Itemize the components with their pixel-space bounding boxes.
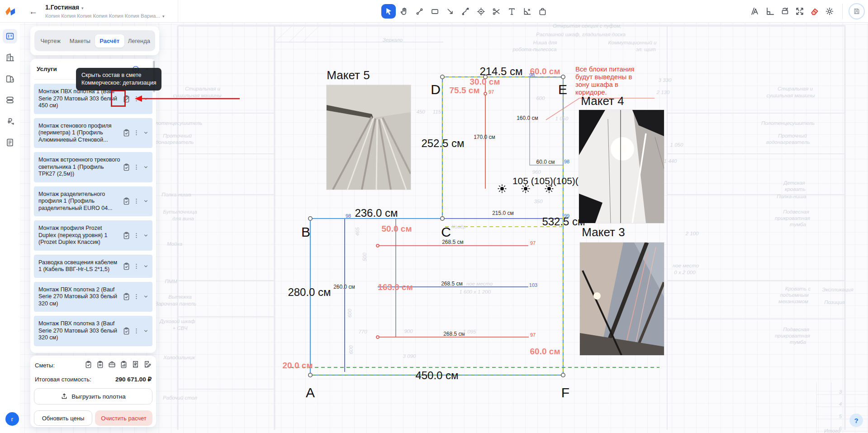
select-tool-button[interactable] — [381, 4, 396, 19]
avatar[interactable]: г — [5, 412, 19, 426]
rotate-tool-button[interactable] — [780, 6, 790, 16]
toggle-composition-button[interactable] — [122, 292, 131, 301]
toggle-composition-button[interactable] — [122, 197, 131, 205]
rail-building-button[interactable] — [3, 50, 17, 65]
clipboard-check-icon — [122, 197, 131, 205]
layers-icon — [5, 95, 15, 105]
expand-row-button[interactable] — [142, 95, 150, 103]
curve-tool-button[interactable] — [458, 4, 473, 19]
expand-row-button[interactable] — [142, 232, 150, 239]
toggle-composition-button[interactable] — [122, 163, 131, 171]
service-row[interactable]: Монтаж встроенного трекового светильника… — [34, 152, 152, 182]
power-note-text: Все блоки питания будут выведены в зону … — [575, 65, 647, 96]
ruble-sync-icon — [5, 116, 15, 126]
back-button[interactable]: ← — [26, 5, 39, 18]
row-menu-button[interactable] — [133, 197, 140, 205]
text-tool-button[interactable] — [504, 4, 519, 19]
actions-row: Обновить цены Очистить расчет — [34, 410, 152, 426]
chevron-down-icon — [142, 327, 150, 335]
export-label: Выгрузить полотна — [71, 393, 125, 400]
curve-tool — [461, 7, 470, 16]
pan-tool-button[interactable] — [397, 4, 411, 19]
settings-tool-button[interactable] — [825, 6, 835, 16]
settings-tool — [825, 6, 835, 16]
arrow-tool — [446, 7, 455, 16]
tab-расчёт[interactable]: Расчёт — [95, 34, 124, 48]
chevron-down-icon[interactable]: ▾ — [81, 6, 84, 10]
row-menu-button[interactable] — [133, 232, 140, 239]
rail-layers-button[interactable] — [3, 93, 17, 107]
tab-легенда[interactable]: Легенда — [124, 34, 154, 48]
row-menu-button[interactable] — [133, 293, 140, 300]
corner-tool-button[interactable] — [765, 6, 775, 16]
rectangle-tool-button[interactable] — [427, 4, 442, 19]
toggle-composition-button[interactable] — [122, 128, 131, 137]
app-logo-icon[interactable] — [5, 5, 16, 17]
expand-row-button[interactable] — [142, 262, 150, 270]
save-button[interactable] — [849, 3, 865, 19]
service-row[interactable]: Монтаж ПВХ полотна 2 (Bauf Serie 270 Мат… — [34, 282, 152, 312]
document-icon — [5, 138, 15, 148]
bag-tool-button[interactable] — [535, 4, 550, 19]
bag-tool — [538, 7, 547, 16]
receipt-ruble-button[interactable] — [131, 360, 140, 369]
row-menu-button[interactable] — [133, 262, 140, 270]
measure-a-tool-button[interactable] — [750, 6, 760, 16]
angle-tool-button[interactable] — [520, 4, 534, 19]
clear-calculation-button[interactable]: Очистить расчет — [95, 410, 152, 426]
briefcase-button[interactable] — [108, 360, 116, 369]
expand-row-button[interactable] — [142, 327, 150, 335]
expand-row-button[interactable] — [142, 197, 150, 205]
service-row[interactable]: Монтаж разделительного профиля 1 (Профил… — [34, 186, 152, 217]
receipt-edit-button[interactable] — [143, 360, 152, 369]
row-menu-button[interactable] — [133, 327, 140, 335]
export-canvases-button[interactable]: Выгрузить полотна — [34, 388, 152, 404]
expand-row-button[interactable] — [142, 163, 150, 171]
toggle-composition-button[interactable] — [122, 231, 131, 240]
polyline-tool-button[interactable] — [412, 4, 427, 19]
toggle-composition-button[interactable] — [122, 262, 131, 271]
rail-board-button[interactable] — [3, 29, 17, 43]
clipboard-check-icon — [122, 128, 131, 137]
estimate-check-button[interactable] — [84, 360, 93, 369]
title-block[interactable]: 1.Гостиная▾ Копия Копия Копия Копия Копи… — [45, 3, 164, 19]
service-row[interactable]: Монтаж ПВХ полотна 3 (Bauf Serie 270 Мат… — [34, 316, 152, 346]
expand-row-button[interactable] — [142, 293, 150, 300]
eraser-tool-button[interactable] — [810, 6, 820, 16]
photo-maket-3[interactable] — [580, 243, 664, 355]
clipboard-check-icon — [122, 163, 131, 171]
arrow-tool-button[interactable] — [443, 4, 457, 19]
photo-maket-4[interactable] — [579, 110, 664, 223]
toggle-composition-button[interactable] — [122, 327, 131, 335]
tab-макеты[interactable]: Макеты — [65, 34, 95, 48]
service-row[interactable]: Монтаж стенового профиля (периметра) 1 (… — [34, 118, 152, 148]
service-row[interactable]: Разводка освещения кабелем 1 (Кабель ВВГ… — [34, 255, 152, 278]
expand-row-button[interactable] — [142, 129, 150, 137]
chevron-down-icon[interactable]: ▾ — [162, 14, 165, 19]
service-row[interactable]: Монтаж профиля Prozet Duplex (переход ур… — [34, 220, 152, 251]
expand-tool-button[interactable] — [795, 6, 805, 16]
help-button[interactable]: ? — [849, 414, 863, 427]
target-tool-button[interactable] — [474, 4, 488, 19]
row-menu-button[interactable] — [133, 95, 140, 103]
window-photo-art — [580, 243, 664, 355]
rail-document-button[interactable] — [3, 135, 17, 150]
ceiling-photo-art — [579, 110, 664, 223]
tab-чертеж[interactable]: Чертеж — [36, 34, 65, 48]
divider — [842, 4, 843, 19]
total-value: 290 671.00 ₽ — [115, 376, 152, 383]
row-menu-button[interactable] — [133, 163, 140, 171]
dots-icon — [133, 129, 140, 137]
target-tool — [476, 7, 486, 16]
scissors-tool-button[interactable] — [489, 4, 503, 19]
photo-maket-5[interactable] — [327, 85, 411, 190]
estimate-building-button[interactable] — [119, 360, 128, 369]
estimate-list-icon — [96, 360, 104, 369]
view-toolbar — [750, 6, 835, 16]
estimate-list-button[interactable] — [96, 360, 104, 369]
rail-palette-button[interactable] — [3, 71, 17, 86]
chevron-down-icon — [142, 262, 150, 270]
update-prices-button[interactable]: Обновить цены — [34, 410, 92, 426]
row-menu-button[interactable] — [133, 129, 140, 137]
rail-ruble-sync-button[interactable] — [3, 114, 17, 128]
